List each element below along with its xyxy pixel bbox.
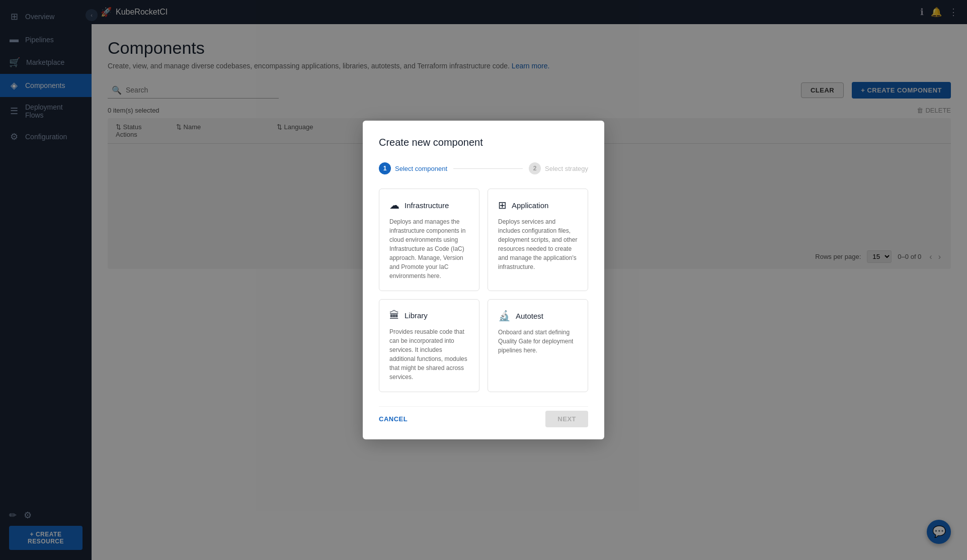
library-desc: Provides reusable code that can be incor…	[389, 327, 469, 382]
library-icon: 🏛	[389, 310, 399, 321]
create-component-modal: Create new component 1 Select component …	[363, 121, 604, 439]
autotest-icon: 🔬	[498, 310, 511, 322]
card-infrastructure-header: ☁ Infrastructure	[389, 199, 469, 211]
infrastructure-title: Infrastructure	[405, 201, 449, 210]
step-2-label: Select strategy	[545, 165, 588, 172]
autotest-desc: Onboard and start defining Quality Gate …	[498, 328, 578, 355]
autotest-title: Autotest	[516, 312, 543, 320]
modal-title: Create new component	[379, 137, 588, 148]
stepper: 1 Select component 2 Select strategy	[379, 162, 588, 174]
library-title: Library	[405, 311, 428, 320]
card-library-header: 🏛 Library	[389, 310, 469, 321]
step-2-circle: 2	[529, 162, 541, 174]
modal-footer: CANCEL NEXT	[379, 406, 588, 427]
card-autotest[interactable]: 🔬 Autotest Onboard and start defining Qu…	[488, 299, 588, 392]
application-desc: Deploys services and includes configurat…	[498, 217, 578, 271]
next-button[interactable]: NEXT	[545, 411, 588, 427]
cancel-button[interactable]: CANCEL	[379, 411, 408, 427]
card-application[interactable]: ⊞ Application Deploys services and inclu…	[488, 189, 588, 291]
component-grid: ☁ Infrastructure Deploys and manages the…	[379, 189, 588, 392]
step-1-circle: 1	[379, 162, 391, 174]
step-line	[453, 168, 523, 169]
infrastructure-icon: ☁	[389, 199, 399, 211]
step-2: 2 Select strategy	[529, 162, 588, 174]
step-1: 1 Select component	[379, 162, 447, 174]
card-application-header: ⊞ Application	[498, 199, 578, 211]
infrastructure-desc: Deploys and manages the infrastructure c…	[389, 217, 469, 281]
card-infrastructure[interactable]: ☁ Infrastructure Deploys and manages the…	[379, 189, 479, 291]
application-icon: ⊞	[498, 199, 507, 211]
card-autotest-header: 🔬 Autotest	[498, 310, 578, 322]
application-title: Application	[512, 201, 548, 210]
card-library[interactable]: 🏛 Library Provides reusable code that ca…	[379, 299, 479, 392]
step-1-label: Select component	[395, 165, 447, 172]
modal-overlay: Create new component 1 Select component …	[0, 0, 967, 560]
